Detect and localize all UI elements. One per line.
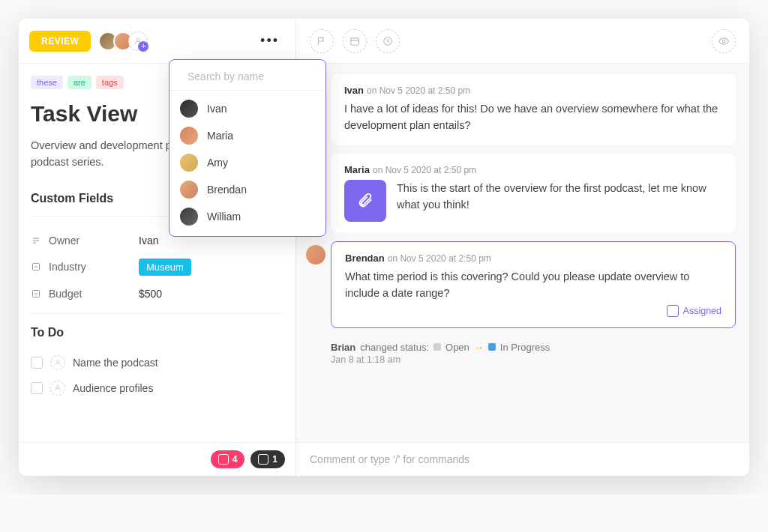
add-assignee-button[interactable]: + [128,31,148,51]
svg-point-11 [722,40,725,43]
people-option[interactable]: Brendan [170,176,326,203]
tag[interactable]: tags [96,76,124,89]
comment-header: Mariaon Nov 5 2020 at 2:50 pm [344,164,722,175]
left-topbar: REVIEW + ••• [19,19,296,64]
integration-pill-figma[interactable]: 1 [250,450,285,468]
svg-point-0 [136,38,140,41]
figma-icon [258,454,268,465]
plus-icon: + [138,41,148,52]
cf-label: Industry [49,261,139,273]
right-panel: Ivanon Nov 5 2020 at 2:50 pm I have a lo… [296,19,749,476]
people-search-dropdown: Ivan Maria Amy Brendan William [169,59,326,237]
people-option[interactable]: William [170,203,326,230]
status-change-ts: Jan 8 at 1:18 am [310,353,736,365]
todo-item[interactable]: Audience profiles [31,375,284,401]
cf-value[interactable]: $500 [139,288,162,300]
assignee-avatars: + [98,31,148,51]
assign-icon[interactable] [50,381,65,396]
tag[interactable]: these [31,76,63,89]
svg-point-7 [56,386,58,388]
checkbox[interactable] [31,382,43,394]
comment-composer[interactable]: Comment or type '/' for commands [296,442,749,476]
pill-count: 4 [232,454,238,465]
todo-label: Name the podcast [73,357,158,369]
owner-icon [31,235,41,246]
svg-rect-5 [33,290,40,297]
svg-rect-8 [351,37,359,44]
status-change-row: Brian changed status: Open → In Progress [310,337,736,353]
avatar [180,127,198,145]
people-option[interactable]: Amy [170,149,326,176]
comments-list: Ivanon Nov 5 2020 at 2:50 pm I have a lo… [296,64,749,442]
comment: Ivanon Nov 5 2020 at 2:50 pm I have a lo… [331,74,736,145]
pill-count: 1 [272,454,278,465]
right-topbar [296,19,749,64]
dropdown-icon [31,288,41,299]
dropdown-icon [31,262,41,272]
people-option[interactable]: Maria [170,122,326,149]
status-dot-progress [488,343,496,351]
assigned-badge[interactable]: Assigned [667,305,722,317]
todo-item[interactable]: Name the podcast [31,350,284,375]
arrow-right-icon: → [474,342,484,353]
checkbox-icon [667,305,679,317]
watch-icon[interactable] [712,29,736,53]
comment-text: I have a lot of ideas for this! Do we ha… [344,100,722,134]
todo-heading: To Do [31,326,284,339]
clock-icon[interactable] [376,29,400,53]
svg-rect-4 [33,264,40,270]
search-input[interactable] [188,70,319,82]
avatar [180,154,198,172]
left-footer: 4 1 [19,442,296,476]
status-dot-open [434,343,441,351]
flag-icon[interactable] [310,29,334,53]
search-row [170,66,326,90]
avatar [180,100,198,118]
invision-icon [218,454,229,465]
avatar [180,181,198,199]
todo-label: Audience profiles [73,382,153,394]
custom-field-row: Industry Museum [31,253,284,282]
cf-value[interactable]: Museum [139,259,191,276]
assign-icon[interactable] [50,355,65,370]
comment-header: Ivanon Nov 5 2020 at 2:50 pm [344,85,722,96]
integration-pill-invision[interactable]: 4 [211,450,245,468]
cf-label: Owner [49,235,139,247]
avatar[interactable] [306,245,326,265]
cf-value[interactable]: Ivan [139,235,158,247]
comment: Mariaon Nov 5 2020 at 2:50 pm This is th… [331,154,736,232]
svg-point-6 [56,360,58,363]
comment-text: This is the start of the overview for th… [397,180,722,214]
attachment-icon[interactable] [344,180,386,222]
custom-field-row: Budget $500 [31,282,284,306]
people-option[interactable]: Ivan [170,95,326,122]
tag[interactable]: are [68,76,92,89]
avatar [180,208,198,226]
review-status-button[interactable]: REVIEW [29,31,91,52]
cf-label: Budget [49,288,139,300]
comment-assigned: Brendanon Nov 5 2020 at 2:50 pm What tim… [331,241,736,328]
comment-header: Brendanon Nov 5 2020 at 2:50 pm [345,253,722,264]
comment-text: What time period is this covering? Could… [345,268,722,302]
more-menu-button[interactable]: ••• [254,33,285,49]
calendar-icon[interactable] [343,29,367,53]
app-window: REVIEW + ••• these are tags Task View Ov… [19,19,749,476]
checkbox[interactable] [31,357,43,369]
